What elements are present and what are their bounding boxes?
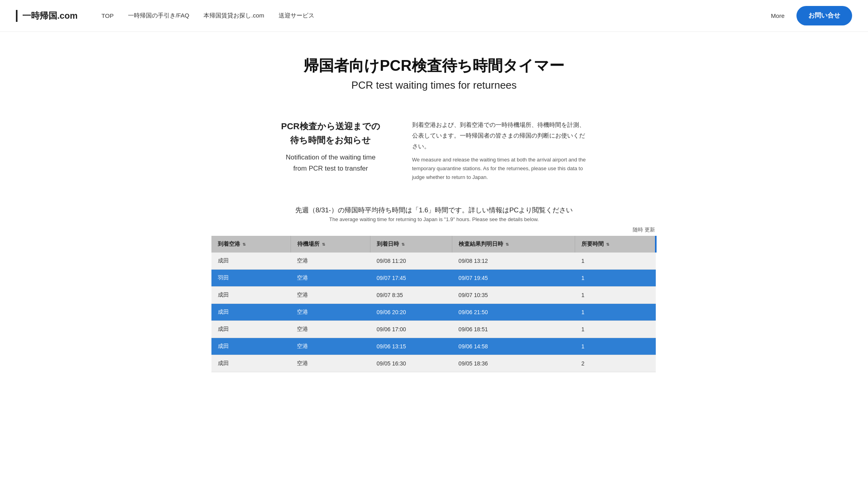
table-cell: 1 <box>575 304 656 321</box>
table-header-cell[interactable]: 所要時間⇅ <box>575 236 656 253</box>
table-cell: 空港 <box>291 253 370 270</box>
nav-link[interactable]: 一時帰国の手引き/FAQ <box>128 12 189 19</box>
table-row: 成田空港09/06 17:0009/06 18:511 <box>211 321 656 338</box>
table-cell: 1 <box>575 270 656 287</box>
info-left: PCR検査から送迎までの待ち時間をお知らせ Notification of th… <box>281 119 380 182</box>
sort-icon: ⇅ <box>322 242 325 247</box>
nav-link[interactable]: 送迎サービス <box>279 12 314 19</box>
table-cell: 09/05 16:30 <box>370 355 452 372</box>
table-cell: 空港 <box>291 321 370 338</box>
navbar: 一時帰国.com TOP一時帰国の手引き/FAQ本帰国賃貸お探し.com送迎サー… <box>0 0 868 32</box>
notice-main: 先週（8/31-）の帰国時平均待ち時間は「1.6」時間です。詳しい情報はPCより… <box>16 206 852 215</box>
table-cell: 09/07 19:45 <box>452 270 575 287</box>
data-table: 到着空港⇅待機場所⇅到着日時⇅検査結果判明日時⇅所要時間⇅ 成田空港09/08 … <box>211 236 657 372</box>
brand-logo[interactable]: 一時帰国.com <box>16 10 78 22</box>
table-meta: 随時 更新 <box>211 226 657 233</box>
table-row: 成田空港09/06 13:1509/06 14:581 <box>211 338 656 355</box>
table-cell: 1 <box>575 287 656 304</box>
notice-sub: The average waiting time for returning t… <box>16 216 852 222</box>
table-cell: 09/06 13:15 <box>370 338 452 355</box>
table-row: 成田空港09/05 16:3009/05 18:362 <box>211 355 656 372</box>
table-header: 到着空港⇅待機場所⇅到着日時⇅検査結果判明日時⇅所要時間⇅ <box>211 236 656 253</box>
table-row: 羽田空港09/07 17:4509/07 19:451 <box>211 270 656 287</box>
table-cell: 09/06 17:00 <box>370 321 452 338</box>
table-cell: 空港 <box>291 287 370 304</box>
info-section: PCR検査から送迎までの待ち時間をお知らせ Notification of th… <box>196 103 672 198</box>
table-cell: 09/07 17:45 <box>370 270 452 287</box>
table-cell: 09/07 8:35 <box>370 287 452 304</box>
table-cell: 09/05 18:36 <box>452 355 575 372</box>
table-cell: 09/06 20:20 <box>370 304 452 321</box>
info-left-text-ja: PCR検査から送迎までの待ち時間をお知らせ <box>281 119 380 147</box>
table-body: 成田空港09/08 11:2009/08 13:121羽田空港09/07 17:… <box>211 253 656 372</box>
table-cell: 空港 <box>291 270 370 287</box>
table-cell: 成田 <box>211 253 291 270</box>
nav-link[interactable]: TOP <box>101 12 114 19</box>
table-cell: 成田 <box>211 338 291 355</box>
table-cell: 09/07 10:35 <box>452 287 575 304</box>
table-cell: 羽田 <box>211 270 291 287</box>
table-row: 成田空港09/07 8:3509/07 10:351 <box>211 287 656 304</box>
sort-icon: ⇅ <box>506 242 509 247</box>
info-right-text-ja: 到着空港および、到着空港での一時待機場所、待機時間を計測、公表しています。一時帰… <box>412 119 587 152</box>
table-cell: 09/06 18:51 <box>452 321 575 338</box>
hero-section: 帰国者向けPCR検査待ち時間タイマー PCR test waiting time… <box>0 32 868 103</box>
more-menu[interactable]: More <box>771 12 785 19</box>
table-cell: 1 <box>575 338 656 355</box>
table-cell: 09/08 13:12 <box>452 253 575 270</box>
hero-title-en: PCR test waiting times for returnees <box>16 79 852 91</box>
table-header-row: 到着空港⇅待機場所⇅到着日時⇅検査結果判明日時⇅所要時間⇅ <box>211 236 656 253</box>
table-cell: 09/06 14:58 <box>452 338 575 355</box>
table-cell: 成田 <box>211 321 291 338</box>
contact-button[interactable]: お問い合せ <box>796 6 852 25</box>
table-header-cell[interactable]: 到着空港⇅ <box>211 236 291 253</box>
table-cell: 空港 <box>291 304 370 321</box>
table-cell: 09/08 11:20 <box>370 253 452 270</box>
info-left-text-en: Notification of the waiting timefrom PCR… <box>281 152 380 173</box>
table-cell: 空港 <box>291 338 370 355</box>
sort-icon: ⇅ <box>606 242 609 247</box>
nav-links: TOP一時帰国の手引き/FAQ本帰国賃貸お探し.com送迎サービス <box>101 12 771 19</box>
nav-link[interactable]: 本帰国賃貸お探し.com <box>203 12 264 19</box>
table-row: 成田空港09/08 11:2009/08 13:121 <box>211 253 656 270</box>
table-cell: 成田 <box>211 287 291 304</box>
table-cell: 09/06 21:50 <box>452 304 575 321</box>
notice-section: 先週（8/31-）の帰国時平均待ち時間は「1.6」時間です。詳しい情報はPCより… <box>0 198 868 226</box>
table-row: 成田空港09/06 20:2009/06 21:501 <box>211 304 656 321</box>
table-cell: 1 <box>575 253 656 270</box>
table-cell: 空港 <box>291 355 370 372</box>
table-cell: 2 <box>575 355 656 372</box>
sort-icon: ⇅ <box>242 242 246 247</box>
table-header-cell[interactable]: 待機場所⇅ <box>291 236 370 253</box>
sort-icon: ⇅ <box>401 242 405 247</box>
info-right: 到着空港および、到着空港での一時待機場所、待機時間を計測、公表しています。一時帰… <box>412 119 587 182</box>
table-header-cell[interactable]: 到着日時⇅ <box>370 236 452 253</box>
table-cell: 成田 <box>211 304 291 321</box>
table-section: 随時 更新 到着空港⇅待機場所⇅到着日時⇅検査結果判明日時⇅所要時間⇅ 成田空港… <box>196 226 672 388</box>
hero-title-ja: 帰国者向けPCR検査待ち時間タイマー <box>16 56 852 76</box>
table-header-cell[interactable]: 検査結果判明日時⇅ <box>452 236 575 253</box>
table-cell: 1 <box>575 321 656 338</box>
info-right-text-en: We measure and release the waiting times… <box>412 155 587 182</box>
table-cell: 成田 <box>211 355 291 372</box>
